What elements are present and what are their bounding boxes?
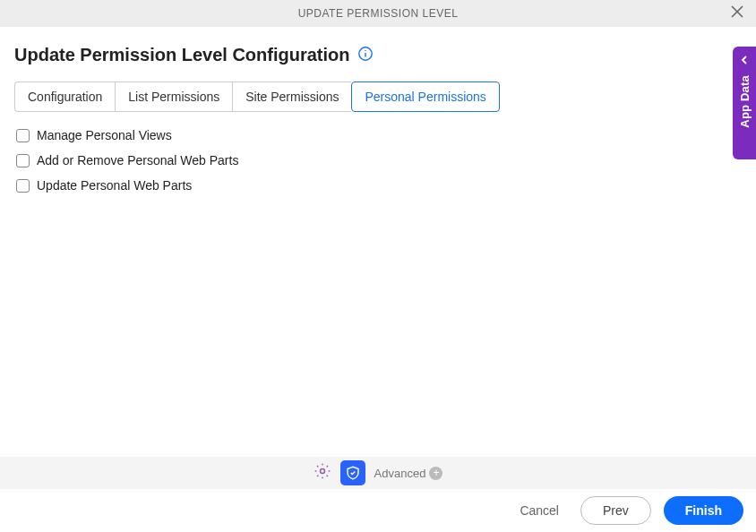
prev-button[interactable]: Prev — [580, 496, 651, 525]
shield-icon[interactable] — [340, 460, 365, 485]
checkbox-add-remove-web-parts[interactable] — [16, 154, 30, 167]
tab-site-permissions[interactable]: Site Permissions — [232, 82, 351, 112]
tab-personal-permissions[interactable]: Personal Permissions — [351, 82, 499, 112]
footer-actions: Cancel Prev Finish — [0, 489, 756, 532]
finish-button[interactable]: Finish — [664, 496, 743, 525]
checkbox-update-web-parts[interactable] — [16, 179, 30, 193]
checkbox-manage-personal-views[interactable] — [16, 129, 30, 142]
advanced-toggle[interactable]: Advanced + — [374, 467, 443, 480]
tab-list-permissions[interactable]: List Permissions — [115, 82, 232, 112]
page-title: Update Permission Level Configuration — [14, 45, 350, 65]
page-title-row: Update Permission Level Configuration — [14, 45, 742, 65]
app-data-panel-toggle[interactable]: App Data — [733, 47, 756, 159]
tab-configuration[interactable]: Configuration — [14, 82, 115, 112]
chevron-left-icon — [740, 56, 749, 75]
permission-label[interactable]: Manage Personal Views — [37, 128, 172, 142]
footer-toolbar: Advanced + — [0, 457, 756, 489]
svg-point-5 — [320, 469, 324, 474]
info-icon[interactable] — [357, 46, 374, 65]
cancel-button[interactable]: Cancel — [511, 498, 568, 523]
permission-label[interactable]: Update Personal Web Parts — [37, 178, 192, 193]
permission-label[interactable]: Add or Remove Personal Web Parts — [37, 153, 238, 167]
plus-icon: + — [429, 467, 442, 480]
permission-row: Add or Remove Personal Web Parts — [14, 153, 742, 167]
advanced-label: Advanced — [374, 467, 426, 480]
close-icon[interactable] — [731, 5, 743, 20]
tabs: Configuration List Permissions Site Perm… — [14, 82, 742, 112]
modal-header: UPDATE PERMISSION LEVEL — [0, 0, 756, 27]
permission-row: Update Personal Web Parts — [14, 178, 742, 193]
main-content: Update Permission Level Configuration Co… — [0, 27, 756, 193]
modal-title: UPDATE PERMISSION LEVEL — [298, 7, 459, 20]
svg-point-4 — [365, 49, 365, 50]
app-data-label: App Data — [738, 75, 752, 128]
permission-row: Manage Personal Views — [14, 128, 742, 142]
gear-icon[interactable] — [314, 462, 331, 484]
